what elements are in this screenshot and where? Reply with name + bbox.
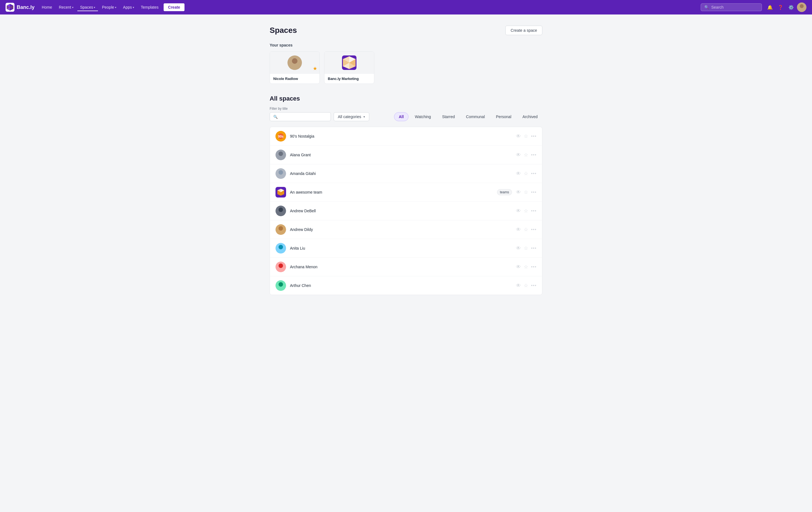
tab-archived[interactable]: Archived bbox=[518, 112, 542, 121]
nav-icons: 🔔 ❓ ⚙️ bbox=[765, 2, 806, 12]
table-row[interactable]: Andrew DeBell 👁 ☆ ••• bbox=[270, 202, 542, 220]
more-options-icon[interactable]: ••• bbox=[531, 227, 536, 232]
your-spaces-grid: ★ Nicole Radlow bbox=[270, 51, 542, 84]
tab-personal[interactable]: Personal bbox=[491, 112, 516, 121]
your-spaces-section: Your spaces ★ Nicole Radlow bbox=[270, 43, 542, 84]
star-icon[interactable]: ☆ bbox=[524, 170, 528, 177]
table-row[interactable]: Archana Menon 👁 ☆ ••• bbox=[270, 258, 542, 276]
more-options-icon[interactable]: ••• bbox=[531, 246, 536, 251]
more-options-icon[interactable]: ••• bbox=[531, 152, 536, 157]
search-bar[interactable]: 🔍 bbox=[701, 3, 762, 11]
star-icon[interactable]: ☆ bbox=[524, 208, 528, 214]
filter-input[interactable] bbox=[280, 114, 327, 119]
space-avatar bbox=[276, 150, 286, 160]
nav-recent[interactable]: Recent ▾ bbox=[56, 3, 76, 11]
space-row-actions: 👁 ☆ ••• bbox=[516, 170, 536, 177]
space-name: Anita Liu bbox=[290, 246, 512, 250]
nav-spaces[interactable]: Spaces ▾ bbox=[77, 3, 98, 11]
filter-label: Filter by title bbox=[270, 107, 369, 111]
watch-icon[interactable]: 👁 bbox=[516, 171, 521, 177]
category-label: All categories bbox=[338, 114, 361, 119]
more-options-icon[interactable]: ••• bbox=[531, 134, 536, 139]
all-spaces-section: All spaces Filter by title 🔍 All categor… bbox=[270, 95, 542, 295]
table-row[interactable]: Andrew Dildy 👁 ☆ ••• bbox=[270, 220, 542, 239]
star-icon[interactable]: ☆ bbox=[524, 152, 528, 158]
chevron-down-icon: ▾ bbox=[94, 6, 95, 9]
table-row[interactable]: Amanda Gitahi 👁 ☆ ••• bbox=[270, 164, 542, 183]
all-spaces-title: All spaces bbox=[270, 95, 542, 102]
space-name: Alana Grant bbox=[290, 153, 512, 157]
nav-templates[interactable]: Templates bbox=[138, 3, 162, 11]
chevron-down-icon: ▾ bbox=[115, 6, 116, 9]
space-card-nicole[interactable]: ★ Nicole Radlow bbox=[270, 51, 320, 84]
tab-watching[interactable]: Watching bbox=[410, 112, 436, 121]
table-row[interactable]: Alana Grant 👁 ☆ ••• bbox=[270, 146, 542, 164]
create-button[interactable]: Create bbox=[164, 3, 185, 11]
watch-icon[interactable]: 👁 bbox=[516, 283, 521, 289]
star-icon[interactable]: ☆ bbox=[524, 189, 528, 195]
logo[interactable]: Banc.ly bbox=[6, 3, 34, 12]
nav-home[interactable]: Home bbox=[39, 3, 55, 11]
star-icon[interactable]: ☆ bbox=[524, 264, 528, 270]
tab-starred[interactable]: Starred bbox=[437, 112, 460, 121]
category-select[interactable]: All categories ▾ bbox=[334, 112, 369, 121]
watch-icon[interactable]: 👁 bbox=[516, 245, 521, 251]
nav-apps[interactable]: Apps ▾ bbox=[120, 3, 137, 11]
watch-icon[interactable]: 👁 bbox=[516, 227, 521, 233]
table-row[interactable]: Anita Liu 👁 ☆ ••• bbox=[270, 239, 542, 258]
filter-group: Filter by title 🔍 All categories ▾ bbox=[270, 107, 369, 121]
space-card-banner: ★ bbox=[270, 52, 319, 74]
more-options-icon[interactable]: ••• bbox=[531, 283, 536, 288]
space-row-actions: 👁 ☆ ••• bbox=[516, 208, 536, 214]
space-card-banner-bancly bbox=[324, 52, 374, 74]
chevron-down-icon: ▾ bbox=[364, 115, 365, 119]
more-options-icon[interactable]: ••• bbox=[531, 171, 536, 176]
star-icon[interactable]: ☆ bbox=[524, 133, 528, 139]
space-avatar bbox=[276, 187, 286, 197]
table-row[interactable]: 90s 90's Nostalgia 👁 ☆ ••• bbox=[270, 127, 542, 146]
table-row[interactable]: Arthur Chen 👁 ☆ ••• bbox=[270, 276, 542, 295]
tab-all[interactable]: All bbox=[394, 112, 408, 121]
help-button[interactable]: ❓ bbox=[776, 2, 785, 12]
space-name: 90's Nostalgia bbox=[290, 134, 512, 138]
space-row-actions: 👁 ☆ ••• bbox=[516, 282, 536, 289]
watch-icon[interactable]: 👁 bbox=[516, 152, 521, 158]
space-row-actions: 👁 ☆ ••• bbox=[516, 245, 536, 251]
svg-point-30 bbox=[279, 208, 283, 212]
more-options-icon[interactable]: ••• bbox=[531, 264, 536, 269]
filter-search[interactable]: 🔍 bbox=[270, 112, 331, 121]
svg-point-36 bbox=[279, 264, 283, 268]
tab-communal[interactable]: Communal bbox=[461, 112, 490, 121]
space-avatar: 90s bbox=[276, 131, 286, 141]
search-input[interactable] bbox=[711, 5, 758, 9]
more-options-icon[interactable]: ••• bbox=[531, 208, 536, 213]
space-avatar bbox=[276, 206, 286, 216]
svg-text:90s: 90s bbox=[278, 135, 284, 138]
watch-icon[interactable]: 👁 bbox=[516, 264, 521, 270]
navbar: Banc.ly Home Recent ▾ Spaces ▾ People ▾ … bbox=[0, 0, 812, 15]
space-tag: teams bbox=[497, 189, 512, 195]
watch-icon[interactable]: 👁 bbox=[516, 208, 521, 214]
main-content: Spaces Create a space Your spaces ★ bbox=[253, 15, 559, 306]
space-name: An awesome team bbox=[290, 190, 493, 194]
settings-button[interactable]: ⚙️ bbox=[786, 2, 796, 12]
more-options-icon[interactable]: ••• bbox=[531, 190, 536, 195]
star-icon[interactable]: ☆ bbox=[524, 282, 528, 289]
create-space-button[interactable]: Create a space bbox=[505, 26, 542, 35]
table-row[interactable]: An awesome team teams 👁 ☆ ••• bbox=[270, 183, 542, 202]
nav-people[interactable]: People ▾ bbox=[99, 3, 119, 11]
space-name: Andrew DeBell bbox=[290, 209, 512, 213]
notifications-button[interactable]: 🔔 bbox=[765, 2, 775, 12]
search-icon: 🔍 bbox=[704, 5, 709, 9]
avatar[interactable] bbox=[797, 2, 806, 12]
svg-point-34 bbox=[279, 245, 283, 249]
star-icon[interactable]: ☆ bbox=[524, 245, 528, 251]
watch-icon[interactable]: 👁 bbox=[516, 189, 521, 195]
svg-point-23 bbox=[279, 152, 283, 156]
space-card-bancly[interactable]: Banc.ly Marketing bbox=[324, 51, 374, 84]
star-icon[interactable]: ☆ bbox=[524, 226, 528, 233]
space-card-avatar-bancly bbox=[342, 55, 356, 70]
watch-icon[interactable]: 👁 bbox=[516, 133, 521, 139]
bell-icon: 🔔 bbox=[767, 5, 773, 10]
filter-tabs: All Watching Starred Communal Personal A… bbox=[394, 112, 542, 121]
